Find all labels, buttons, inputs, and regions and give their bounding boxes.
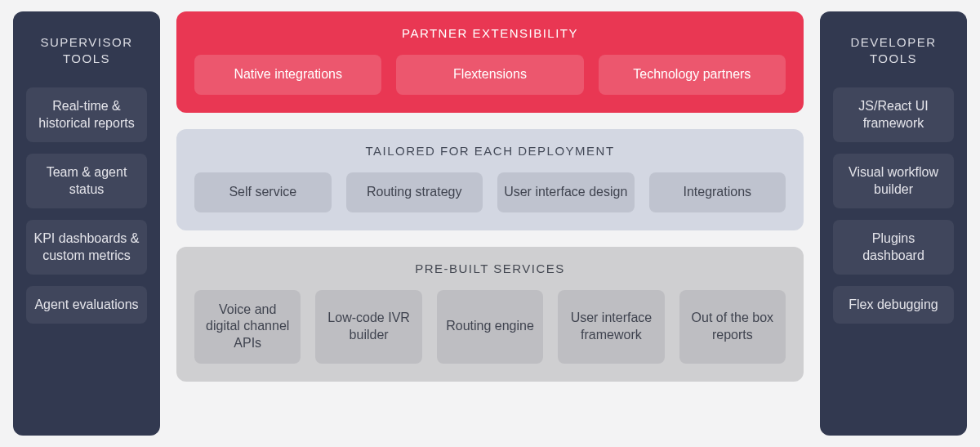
developer-tool-js-react: JS/React UI framework — [833, 87, 954, 142]
partner-extensibility-title: PARTNER EXTENSIBILITY — [194, 26, 786, 40]
developer-tools-title: DEVELOPER TOOLS — [850, 34, 936, 68]
developer-tool-flex-debugging: Flex debugging — [833, 286, 954, 324]
chip-technology-partners: Technology partners — [599, 55, 786, 95]
supervisor-tools-title: SUPERVISOR TOOLS — [40, 34, 132, 68]
supervisor-tool-team-status: Team & agent status — [26, 154, 147, 208]
tailored-deployment-panel: TAILORED FOR EACH DEPLOYMENT Self servic… — [176, 129, 804, 230]
prebuilt-services-title: PRE-BUILT SERVICES — [194, 261, 786, 275]
chip-routing-engine: Routing engine — [437, 290, 543, 364]
partner-extensibility-chips: Native integrations Flextensions Technol… — [194, 55, 786, 95]
supervisor-tool-evaluations: Agent evaluations — [26, 286, 147, 324]
supervisor-tools-panel: SUPERVISOR TOOLS Real-time & historical … — [13, 11, 160, 436]
chip-native-integrations: Native integrations — [194, 55, 381, 95]
chip-self-service: Self service — [194, 172, 332, 212]
chip-flextensions: Flextensions — [396, 55, 583, 95]
supervisor-tool-kpi: KPI dashboards & custom metrics — [26, 220, 147, 275]
partner-extensibility-panel: PARTNER EXTENSIBILITY Native integration… — [176, 11, 804, 113]
chip-integrations: Integrations — [649, 172, 786, 212]
center-column: PARTNER EXTENSIBILITY Native integration… — [176, 11, 804, 436]
tailored-deployment-chips: Self service Routing strategy User inter… — [194, 172, 786, 212]
supervisor-tool-reports: Real-time & historical reports — [26, 87, 147, 142]
chip-routing-strategy: Routing strategy — [346, 172, 483, 212]
developer-tools-panel: DEVELOPER TOOLS JS/React UI framework Vi… — [820, 11, 967, 436]
chip-ui-design: User interface design — [497, 172, 635, 212]
architecture-diagram: SUPERVISOR TOOLS Real-time & historical … — [0, 0, 980, 447]
chip-voice-digital-apis: Voice and digital channel APIs — [194, 290, 301, 364]
developer-tool-workflow-builder: Visual workflow builder — [833, 154, 954, 208]
tailored-deployment-title: TAILORED FOR EACH DEPLOYMENT — [194, 144, 786, 158]
developer-tool-plugins-dashboard: Plugins dashboard — [833, 220, 954, 275]
chip-ootb-reports: Out of the box reports — [679, 290, 786, 364]
chip-ivr-builder: Low-code IVR builder — [315, 290, 421, 364]
chip-ui-framework: User interface framework — [558, 290, 664, 364]
prebuilt-services-chips: Voice and digital channel APIs Low-code … — [194, 290, 786, 364]
prebuilt-services-panel: PRE-BUILT SERVICES Voice and digital cha… — [176, 247, 804, 382]
